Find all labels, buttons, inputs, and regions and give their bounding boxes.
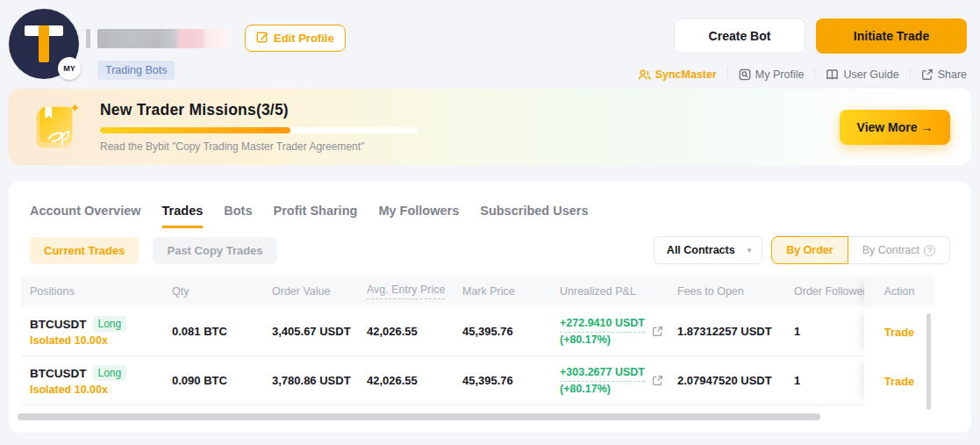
missions-book-icon: [28, 100, 82, 154]
username-redacted-tick: [86, 29, 90, 48]
chevron-down-icon: ▾: [748, 246, 752, 255]
user-guide-link[interactable]: User Guide: [826, 68, 898, 81]
past-copy-trades-pill[interactable]: Past Copy Trades: [153, 237, 276, 264]
trading-bots-badge: Trading Bots: [97, 61, 175, 80]
avatar[interactable]: MY: [9, 9, 79, 79]
order-value-cell: 3,780.86 USDT: [263, 356, 358, 406]
profile-search-icon: [739, 68, 751, 81]
side-badge: Long: [93, 365, 127, 381]
followers-cell: 1: [785, 356, 864, 406]
by-contract-toggle[interactable]: By Contract ?: [848, 236, 950, 264]
current-trades-pill[interactable]: Current Trades: [30, 237, 139, 264]
qty-cell: 0.090 BTC: [163, 356, 263, 406]
mark-price-cell: 45,395.76: [454, 356, 551, 406]
margin-mode-label: Isolated 10.00x: [30, 384, 163, 396]
table-row: BTCUSDT Long Isolated 10.00x 0.081 BTC 3…: [21, 307, 959, 356]
username-redacted: [97, 29, 231, 48]
syncmaster-link[interactable]: SyncMaster: [638, 68, 717, 81]
edit-profile-button[interactable]: Edit Profile: [245, 25, 346, 52]
col-order-value: Order Value: [263, 276, 358, 307]
pnl-cell: +272.9410 USDT (+80.17%): [551, 307, 669, 356]
missions-banner: New Trader Missions(3/5) Read the Bybit …: [9, 89, 971, 165]
col-mark-price: Mark Price: [454, 276, 551, 307]
share-pnl-icon[interactable]: [652, 326, 663, 337]
col-avg-entry-price: Avg. Entry Price: [358, 276, 454, 307]
fees-cell: 1.87312257 USDT: [669, 307, 785, 356]
avg-entry-cell: 42,026.55: [358, 356, 454, 406]
avg-entry-cell: 42,026.55: [358, 307, 454, 356]
col-action: Action: [864, 276, 934, 307]
filters-row: Current Trades Past Copy Trades All Cont…: [9, 228, 971, 264]
trades-table: Positions Qty Order Value Avg. Entry Pri…: [21, 276, 959, 406]
missions-progress-fill: [100, 127, 290, 133]
profile-header: MY Edit Profile Trading Bots: [0, 0, 980, 89]
col-qty: Qty: [163, 276, 263, 307]
pnl-cell: +303.2677 USDT (+80.17%): [551, 356, 669, 406]
trade-link[interactable]: Trade: [884, 375, 915, 388]
missions-title: New Trader Missions(3/5): [100, 101, 418, 119]
col-fees-to-open: Fees to Open: [669, 276, 785, 307]
view-more-button[interactable]: View More →: [840, 110, 950, 145]
initiate-trade-button[interactable]: Initiate Trade: [816, 18, 967, 54]
people-icon: [638, 69, 651, 81]
tab-my-followers[interactable]: My Followers: [378, 204, 459, 228]
horizontal-scrollbar[interactable]: [18, 413, 820, 420]
share-pnl-icon[interactable]: [652, 375, 663, 386]
symbol-label: BTCUSDT: [30, 318, 87, 331]
edit-icon: [256, 31, 268, 46]
vertical-scrollbar[interactable]: [926, 313, 931, 410]
position-cell: BTCUSDT Long Isolated 10.00x: [21, 356, 163, 406]
tab-subscribed-users[interactable]: Subscribed Users: [480, 204, 588, 228]
col-unrealized-pnl: Unrealized P&L: [551, 276, 669, 307]
position-cell: BTCUSDT Long Isolated 10.00x: [21, 307, 163, 356]
divider: [910, 68, 911, 81]
tab-account-overview[interactable]: Account Overview: [30, 204, 141, 228]
col-order-followers: Order Followers: [785, 276, 864, 307]
action-cell: Trade: [864, 307, 934, 356]
share-icon: [921, 68, 934, 81]
mark-price-cell: 45,395.76: [454, 307, 551, 356]
col-positions: Positions: [21, 276, 163, 307]
tab-bots[interactable]: Bots: [224, 204, 252, 228]
missions-subtitle: Read the Bybit "Copy Trading Master Trad…: [100, 140, 418, 153]
tabs: Account Overview Trades Bots Profit Shar…: [9, 182, 971, 228]
side-badge: Long: [93, 316, 127, 332]
table-row: BTCUSDT Long Isolated 10.00x 0.090 BTC 3…: [21, 356, 959, 406]
trade-link[interactable]: Trade: [884, 326, 915, 339]
margin-mode-label: Isolated 10.00x: [30, 334, 163, 347]
avatar-country-badge: MY: [58, 57, 81, 80]
fees-cell: 2.07947520 USDT: [669, 356, 785, 406]
tab-trades[interactable]: Trades: [162, 204, 204, 228]
divider: [727, 68, 728, 81]
book-icon: [826, 68, 839, 81]
share-link[interactable]: Share: [921, 68, 967, 81]
missions-progress-bar: [100, 127, 418, 133]
help-icon: ?: [924, 245, 935, 256]
order-value-cell: 3,405.67 USDT: [263, 307, 358, 356]
table-header-row: Positions Qty Order Value Avg. Entry Pri…: [21, 276, 959, 307]
tab-profit-sharing[interactable]: Profit Sharing: [274, 204, 358, 228]
qty-cell: 0.081 BTC: [163, 307, 263, 356]
action-cell: Trade: [864, 356, 934, 406]
all-contracts-select[interactable]: All Contracts ▾: [654, 236, 762, 264]
by-order-toggle[interactable]: By Order: [771, 236, 848, 264]
symbol-label: BTCUSDT: [30, 367, 87, 380]
arrow-right-icon: →: [920, 120, 933, 134]
my-profile-link[interactable]: My Profile: [739, 68, 805, 81]
followers-cell: 1: [785, 307, 864, 356]
create-bot-button[interactable]: Create Bot: [674, 18, 805, 54]
trades-panel: Account Overview Trades Bots Profit Shar…: [9, 182, 971, 433]
divider: [814, 68, 815, 81]
